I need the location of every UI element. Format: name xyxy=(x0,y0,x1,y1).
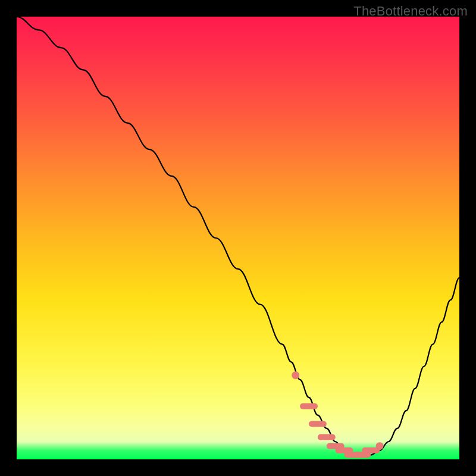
chart-frame: TheBottleneck.com xyxy=(0,0,476,476)
curve-layer xyxy=(17,17,459,459)
plot-area xyxy=(17,17,459,459)
highlight-dot xyxy=(292,371,299,379)
bottleneck-curve xyxy=(17,17,459,455)
